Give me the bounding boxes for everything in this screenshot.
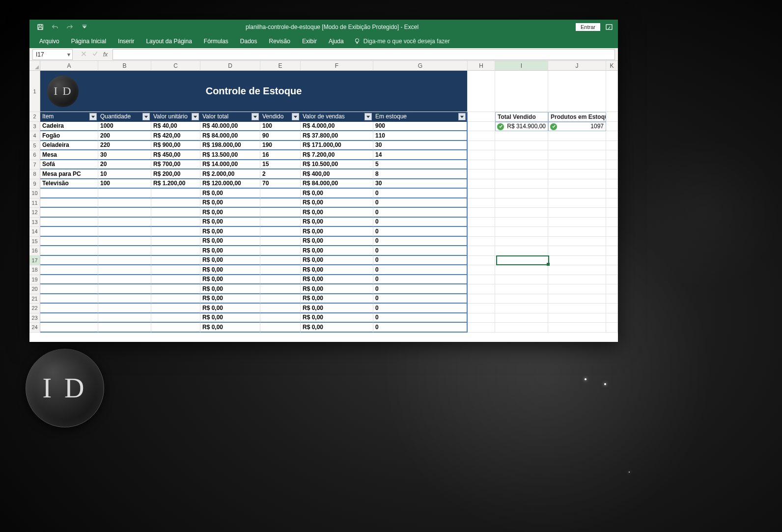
table-cell[interactable]: R$ 0,00 [200,323,260,333]
row-header-7[interactable]: 7 [29,160,40,170]
table-cell[interactable] [40,256,98,266]
tab-data[interactable]: Dados [234,35,263,48]
cancel-formula-icon[interactable] [81,51,87,58]
table-cell[interactable] [151,189,200,198]
cell[interactable] [495,169,548,179]
column-header-J[interactable]: J [548,61,606,70]
table-cell[interactable] [98,237,151,247]
table-cell[interactable]: R$ 0,00 [301,256,373,266]
cell[interactable] [548,227,606,237]
table-cell[interactable]: 0 [373,313,468,323]
table-cell[interactable]: R$ 400,00 [301,169,373,179]
table-cell[interactable]: 0 [373,208,468,218]
table-cell[interactable] [98,284,151,294]
cells-area[interactable]: I DControle de EstoqueItemQuantidadeValo… [40,71,618,342]
table-cell[interactable]: R$ 84.000,00 [301,179,373,189]
tab-pagelayout[interactable]: Layout da Página [140,35,197,48]
table-cell[interactable]: R$ 0,00 [200,265,260,275]
undo-icon[interactable] [51,23,59,31]
cell[interactable] [495,150,548,160]
table-cell[interactable] [40,218,98,227]
cell[interactable] [468,189,495,198]
cell[interactable] [468,265,495,275]
table-cell[interactable] [151,256,200,266]
table-cell[interactable]: 100 [260,122,301,132]
table-cell[interactable]: 20 [98,160,151,170]
table-cell[interactable]: R$ 0,00 [301,227,373,237]
table-cell[interactable]: R$ 37.800,00 [301,131,373,141]
table-cell[interactable]: R$ 0,00 [301,198,373,208]
cell[interactable] [548,208,606,218]
select-all-button[interactable] [29,61,40,71]
cell[interactable] [468,169,495,179]
table-cell[interactable]: R$ 0,00 [301,265,373,275]
cell[interactable] [548,275,606,285]
table-cell[interactable]: R$ 0,00 [301,275,373,285]
cell[interactable] [606,304,618,313]
column-header-G[interactable]: G [373,61,468,70]
cell[interactable] [548,284,606,294]
table-cell[interactable]: 70 [260,179,301,189]
cell[interactable] [548,169,606,179]
table-cell[interactable] [260,218,301,227]
cell[interactable] [606,179,618,189]
table-cell[interactable] [260,256,301,266]
cell[interactable] [606,112,618,122]
table-cell[interactable] [98,218,151,227]
row-header-13[interactable]: 13 [29,218,40,227]
table-cell[interactable]: R$ 0,00 [301,323,373,333]
cell[interactable] [606,237,618,247]
table-cell[interactable] [40,208,98,218]
table-cell[interactable] [40,246,98,256]
table-cell[interactable]: 8 [373,169,468,179]
table-cell[interactable]: R$ 40,00 [151,122,200,132]
cell[interactable] [468,275,495,285]
table-cell[interactable]: 2 [260,169,301,179]
cell[interactable] [548,198,606,208]
cell[interactable] [548,323,606,333]
table-cell[interactable] [40,265,98,275]
cell[interactable] [606,323,618,333]
row-header-4[interactable]: 4 [29,131,40,141]
table-cell[interactable] [260,227,301,237]
row-header-21[interactable]: 21 [29,294,40,304]
table-cell[interactable]: 1000 [98,122,151,132]
table-cell[interactable] [151,227,200,237]
cell[interactable] [468,131,495,141]
row-header-22[interactable]: 22 [29,304,40,313]
cell[interactable] [606,256,618,266]
table-cell[interactable] [40,323,98,333]
table-cell[interactable] [260,275,301,285]
table-cell[interactable] [151,284,200,294]
table-cell[interactable]: 0 [373,323,468,333]
table-cell[interactable]: 900 [373,122,468,132]
table-cell[interactable]: R$ 1.200,00 [151,179,200,189]
cell[interactable] [548,237,606,247]
table-cell[interactable]: R$ 0,00 [301,218,373,227]
row-header-1[interactable]: 1 [29,71,40,112]
cell[interactable] [548,141,606,151]
row-header-20[interactable]: 20 [29,284,40,294]
table-cell[interactable]: 190 [260,141,301,151]
table-cell[interactable]: 30 [373,179,468,189]
cell[interactable] [606,275,618,285]
tell-me-search[interactable]: Diga-me o que você deseja fazer [350,38,450,45]
table-cell[interactable]: 0 [373,275,468,285]
table-cell[interactable]: R$ 0,00 [301,294,373,304]
table-cell[interactable]: R$ 700,00 [151,160,200,170]
filter-dropdown-icon[interactable] [251,113,259,120]
row-header-8[interactable]: 8 [29,169,40,179]
cell[interactable] [468,150,495,160]
table-cell[interactable] [40,237,98,247]
filter-dropdown-icon[interactable] [89,113,97,120]
cell[interactable] [548,256,606,266]
cell[interactable] [495,275,548,285]
row-header-6[interactable]: 6 [29,150,40,160]
cell[interactable] [495,131,548,141]
table-cell[interactable]: R$ 0,00 [301,313,373,323]
tab-review[interactable]: Revisão [263,35,296,48]
cell[interactable] [548,179,606,189]
table-cell[interactable]: 15 [260,160,301,170]
table-cell[interactable]: Televisão [40,179,98,189]
row-header-5[interactable]: 5 [29,141,40,151]
